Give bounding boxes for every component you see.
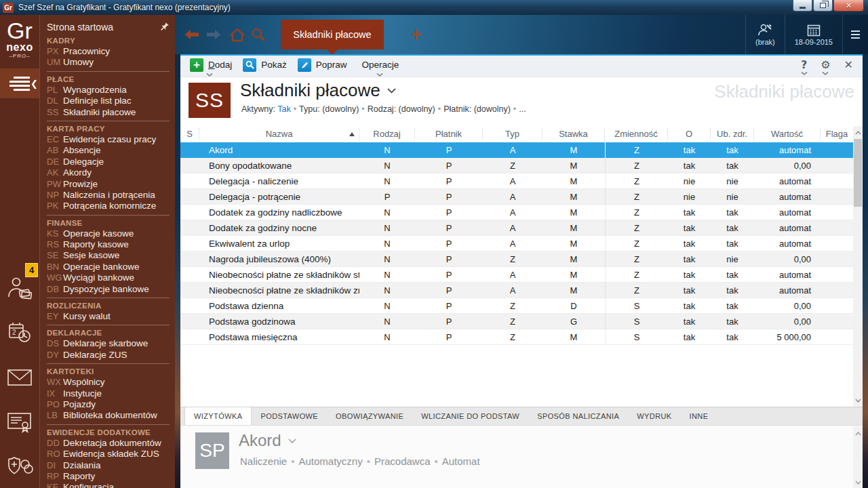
sidebar-item-raporty-kasowe[interactable]: RS Raporty kasowe — [47, 239, 170, 250]
column-header-typ[interactable]: Typ — [483, 128, 542, 140]
pokaz-button[interactable]: Pokaż — [239, 56, 294, 77]
filter-summary[interactable]: Aktywny: Tak•Typu: (dowolny)•Rodzaj: (do… — [241, 104, 526, 114]
table-row-dodatek-za-godziny-nocne[interactable]: Dodatek za godziny nocneNPAMZtaktakautom… — [180, 220, 853, 236]
home-button[interactable] — [229, 28, 245, 42]
sidebar-item-kursy-walut[interactable]: EY Kursy walut — [47, 311, 170, 322]
sidebar-item-definicje-list-p-ac[interactable]: DL Definicje list płac — [47, 96, 170, 106]
settings-button[interactable]: ⚙ — [821, 58, 830, 74]
tab-podstawowe[interactable]: PODSTAWOWE — [252, 407, 327, 425]
column-header-flaga[interactable]: Flaga — [821, 128, 853, 140]
sidebar-item-biblioteka-dokumentow[interactable]: LB Biblioteka dokumentów — [47, 410, 170, 421]
column-header-p-atnik[interactable]: Płatnik — [415, 128, 483, 140]
tab-wizytowka[interactable]: WIZYTÓWKA — [184, 407, 252, 425]
sidebar-item-instytucje[interactable]: IX Instytucje — [47, 388, 170, 399]
table-row-podstawa-godzinowa[interactable]: Podstawa godzinowaNPZGStaktak0,00 — [180, 314, 853, 329]
sidebar-item-konfiguracja[interactable]: KF Konfiguracja — [47, 482, 170, 488]
new-tab-button[interactable]: + — [411, 26, 422, 43]
sidebar-item-umowy[interactable]: UM Umowy — [47, 57, 170, 68]
sidebar-item-prowizje[interactable]: PW Prowizje — [47, 179, 170, 190]
mail-button[interactable] — [0, 355, 39, 400]
sidebar-item-raporty[interactable]: RP Raporty — [47, 471, 170, 482]
sidebar-item-naliczenia-i-potra-cenia[interactable]: NP Naliczenia i potrącenia — [47, 190, 170, 201]
table-row-delegacja-potra-cenie[interactable]: Delegacja - potrąceniePPAMZnienieautomat — [180, 189, 853, 205]
sidebar-item-pojazdy[interactable]: PO Pojazdy — [47, 399, 170, 410]
svg-text:2: 2 — [12, 329, 16, 336]
table-row-podstawa-miesie-czna[interactable]: Podstawa miesięcznaNPZMStaktak5 000,00 — [180, 329, 853, 345]
back-button[interactable] — [184, 29, 199, 40]
table-row-nieobecnosci-p-atne-ze-sk-adnikow-zmie[interactable]: Nieobecności płatne ze składników zmie..… — [180, 283, 853, 298]
operacje-button[interactable]: Operacje — [354, 56, 406, 77]
employees-payroll-button[interactable]: 4 — [0, 266, 39, 310]
close-view-button[interactable]: ✕ — [844, 58, 853, 74]
work-date-button[interactable]: 18-09-2015 — [785, 15, 842, 54]
tab-sposob-naliczania[interactable]: SPOSÓB NALICZANIA — [528, 407, 628, 425]
column-header-wartosc[interactable]: Wartość — [754, 128, 821, 140]
menu-collapse-button[interactable]: ❮ — [0, 68, 39, 98]
tab-skladniki-placowe[interactable]: Składniki płacowe — [281, 20, 384, 49]
detail-scroll-up-icon[interactable] — [853, 428, 863, 439]
forward-button[interactable] — [206, 29, 221, 40]
popraw-button[interactable]: Popraw — [294, 56, 354, 77]
table-row-bony-opodatkowane[interactable]: Bony opodatkowaneNPZMZtaktak0,00 — [180, 158, 853, 174]
column-header-nazwa[interactable]: Nazwa — [199, 128, 359, 140]
column-header-stawka[interactable]: Stawka — [542, 128, 605, 140]
table-row-podstawa-dzienna[interactable]: Podstawa dziennaNPZDStaktak0,00 — [180, 298, 853, 314]
sidebar-item-akordy[interactable]: AK Akordy — [47, 167, 170, 178]
sidebar-item-absencje[interactable]: AB Absencje — [47, 145, 170, 156]
sidebar-item-sk-adniki-p-acowe[interactable]: SS Składniki płacowe — [47, 107, 170, 118]
detail-scroll-down-icon[interactable] — [853, 477, 863, 487]
minimize-button[interactable] — [793, 0, 812, 12]
column-header-o[interactable]: O — [668, 128, 711, 140]
sidebar-item-operacje-kasowe[interactable]: KS Operacje kasowe — [47, 228, 170, 239]
help-button[interactable]: ? — [801, 58, 807, 74]
sidebar-item-dyspozycje-bankowe[interactable]: DB Dyspozycje bankowe — [47, 284, 170, 295]
table-row-nieobecnosci-p-atne-ze-sk-adnikow-sta-y[interactable]: Nieobecności płatne ze składników stały.… — [180, 267, 853, 283]
column-header-zmiennosc[interactable]: Zmienność — [605, 128, 668, 140]
tab-wydruk[interactable]: WYDRUK — [628, 407, 680, 425]
close-button[interactable]: ✕ — [833, 0, 864, 12]
sidebar-item-home[interactable]: Strona startowa — [47, 20, 170, 34]
sidebar-item-pracownicy[interactable]: PX Pracownicy — [47, 46, 170, 57]
schedule-clock-button[interactable]: 2 — [0, 310, 39, 355]
filter-value[interactable]: Tak — [277, 104, 290, 114]
scroll-up-icon[interactable] — [853, 127, 863, 138]
sidebar-item-dzia-ania[interactable]: DI Działania — [47, 460, 170, 471]
sidebar-item-wynagrodzenia[interactable]: PL Wynagrodzenia — [47, 85, 170, 96]
tab-obowia-zywanie[interactable]: OBOWIĄZYWANIE — [327, 407, 412, 425]
table-row-nagroda-jubileuszowa-400[interactable]: Nagroda jubileuszowa (400%)NPZMZtaknie0,… — [180, 251, 853, 267]
table-row-akord[interactable]: AkordNPAMZtaktakautomat — [180, 142, 853, 158]
dodaj-button[interactable]: +Dodaj — [186, 56, 239, 77]
pin-icon[interactable] — [159, 22, 170, 32]
scroll-down-icon[interactable] — [853, 395, 863, 405]
detail-scrollbar[interactable] — [853, 426, 863, 488]
scrollbar-thumb[interactable] — [854, 139, 862, 207]
title-chevron-icon[interactable] — [387, 88, 396, 94]
current-user-button[interactable]: (brak) — [745, 15, 785, 54]
sidebar-item-potra-cenia-komornicze[interactable]: PK Potrącenia komornicze — [47, 201, 170, 211]
column-header-rodzaj[interactable]: Rodzaj — [359, 128, 415, 140]
table-row-dodatek-za-godziny-nadliczbowe[interactable]: Dodatek za godziny nadliczboweNPAMZtakta… — [180, 205, 853, 220]
search-button[interactable] — [251, 27, 266, 42]
sidebar-item-dekretacja-dokumentow[interactable]: DD Dekretacja dokumentów — [47, 438, 170, 449]
table-row-delegacja-naliczenie[interactable]: Delegacja - naliczenieNPAMZnienieautomat — [180, 174, 853, 189]
table-row-ekwiwalent-za-urlop[interactable]: Ekwiwalent za urlopNPAMZtaktakautomat — [180, 236, 853, 251]
column-header-s[interactable]: S — [180, 128, 199, 140]
sidebar-item-delegacje[interactable]: DE Delegacje — [47, 157, 170, 167]
sidebar-item-ewidencja-sk-adek-zus[interactable]: RO Ewidencja składek ZUS — [47, 449, 170, 460]
sidebar-item-operacje-bankowe[interactable]: BN Operacje bankowe — [47, 262, 170, 272]
sidebar-item-wycia-gi-bankowe[interactable]: WG Wyciągi bankowe — [47, 272, 170, 283]
column-header-ub-zdr[interactable]: Ub. zdr. — [711, 128, 754, 140]
sidebar-item-deklaracje-zus[interactable]: DY Deklaracje ZUS — [47, 350, 170, 361]
tab-inne[interactable]: INNE — [681, 407, 717, 425]
table-scrollbar[interactable] — [853, 126, 863, 407]
sidebar-item-deklaracje-skarbowe[interactable]: DS Deklaracje skarbowe — [47, 338, 170, 349]
insurance-funds-button[interactable] — [0, 445, 39, 488]
sidebar-item-sesje-kasowe[interactable]: SE Sesje kasowe — [47, 250, 170, 261]
restore-button[interactable] — [813, 0, 833, 12]
sidebar-item-ewidencja-czasu-pracy[interactable]: EC Ewidencja czasu pracy — [47, 134, 170, 145]
declarations-button[interactable] — [0, 400, 39, 445]
tab-wliczanie-do-podstaw[interactable]: WLICZANIE DO PODSTAW — [412, 407, 528, 425]
sidebar-item-wspolnicy[interactable]: WX Wspólnicy — [47, 377, 170, 388]
detail-chevron-icon[interactable] — [288, 439, 296, 443]
app-menu-button[interactable] — [842, 15, 868, 54]
